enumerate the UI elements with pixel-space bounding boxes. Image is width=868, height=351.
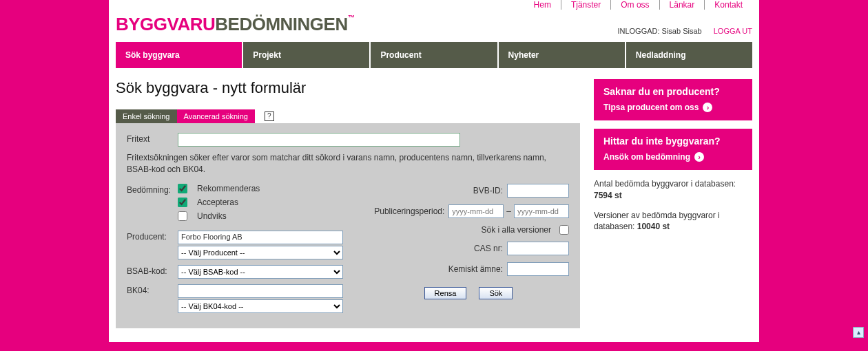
- arrow-icon: ›: [694, 152, 704, 162]
- chk-undviks[interactable]: [178, 211, 187, 221]
- topnav-kontakt[interactable]: Kontakt: [704, 0, 752, 10]
- logo-part1: BYGGVARU: [116, 14, 215, 34]
- cta1-link[interactable]: Tipsa producent om oss ›: [603, 103, 743, 112]
- topnav-hem[interactable]: Hem: [524, 0, 561, 10]
- pub-from-input[interactable]: [448, 204, 504, 218]
- subtab-advanced[interactable]: Avancerad sökning: [177, 109, 255, 123]
- pub-to-input[interactable]: [514, 204, 569, 218]
- cta1-title: Saknar du en producent?: [603, 86, 743, 97]
- cta-missing-producer: Saknar du en producent? Tipsa producent …: [594, 79, 752, 120]
- kem-label: Kemiskt ämne:: [448, 264, 503, 274]
- topnav-lankar[interactable]: Länkar: [659, 0, 705, 10]
- tab-producent[interactable]: Producent: [371, 42, 498, 68]
- tab-nedladdning[interactable]: Nedladdning: [626, 42, 752, 68]
- tab-projekt[interactable]: Projekt: [243, 42, 371, 68]
- allver-checkbox[interactable]: [559, 225, 569, 235]
- lbl-rekommenderas: Rekommenderas: [197, 184, 260, 193]
- login-info: INLOGGAD: Sisab Sisab LOGGA UT: [617, 27, 752, 35]
- cta-missing-product: Hittar du inte byggvaran? Ansök om bedöm…: [594, 129, 752, 170]
- lbl-accepteras: Accepteras: [197, 198, 238, 207]
- top-nav: Hem Tjänster Om oss Länkar Kontakt: [109, 0, 759, 10]
- cas-label: CAS nr:: [474, 244, 503, 253]
- scroll-top-icon[interactable]: ▴: [853, 327, 864, 338]
- page-title: Sök byggvara - nytt formulär: [116, 79, 580, 97]
- fritext-input[interactable]: [178, 133, 460, 147]
- reset-button[interactable]: Rensa: [424, 287, 467, 299]
- fritext-help: Fritextsökningen söker efter varor som m…: [127, 152, 569, 176]
- fritext-label: Fritext: [127, 133, 178, 147]
- allver-label: Sök i alla versioner: [482, 225, 551, 235]
- producent-select[interactable]: -- Välj Producent --: [178, 246, 343, 259]
- bk04-value[interactable]: [178, 284, 343, 298]
- logo-part2: BEDÖMNINGEN: [215, 14, 347, 34]
- stat-versions: Versioner av bedömda byggvaror i databas…: [594, 210, 752, 233]
- topnav-omoss[interactable]: Om oss: [610, 0, 659, 10]
- tab-sok-byggvara[interactable]: Sök byggvara: [116, 42, 243, 68]
- tab-nyheter[interactable]: Nyheter: [499, 42, 626, 68]
- bk04-select[interactable]: -- Välj BK04-kod --: [178, 299, 343, 313]
- chk-accepteras[interactable]: [178, 198, 187, 207]
- login-user: Sisab Sisab: [662, 27, 702, 35]
- producent-label: Producent:: [127, 231, 178, 242]
- stat-products: Antal bedömda byggvaror i databasen: 759…: [594, 178, 752, 202]
- subtab-simple[interactable]: Enkel sökning: [116, 109, 177, 123]
- help-icon[interactable]: ?: [265, 111, 274, 121]
- cta2-link[interactable]: Ansök om bedömning ›: [603, 152, 743, 162]
- bsab-select[interactable]: -- Välj BSAB-kod --: [178, 265, 343, 279]
- cas-input[interactable]: [507, 242, 569, 255]
- search-form: Fritext Fritextsökningen söker efter var…: [116, 123, 580, 328]
- bsab-label: BSAB-kod:: [127, 265, 178, 279]
- cta2-title: Hittar du inte byggvaran?: [603, 136, 743, 147]
- bk04-label: BK04:: [127, 284, 178, 295]
- logo-tm: ™: [348, 14, 355, 21]
- chk-rekommenderas[interactable]: [178, 184, 187, 193]
- login-label: INLOGGAD:: [617, 27, 659, 35]
- pub-dash: –: [506, 206, 511, 216]
- topnav-tjanster[interactable]: Tjänster: [561, 0, 610, 10]
- kem-input[interactable]: [507, 262, 569, 276]
- bvbid-label: BVB-ID:: [473, 186, 503, 195]
- bedomning-label: Bedömning:: [127, 184, 178, 195]
- logout-link[interactable]: LOGGA UT: [714, 27, 752, 35]
- producent-value[interactable]: Forbo Flooring AB: [178, 231, 343, 244]
- pub-label: Publiceringsperiod:: [374, 206, 444, 216]
- search-button[interactable]: Sök: [479, 287, 513, 299]
- logo: BYGGVARUBEDÖMNINGEN™: [116, 14, 354, 35]
- bvbid-input[interactable]: [507, 184, 569, 198]
- search-mode-tabs: Enkel sökning Avancerad sökning: [116, 109, 255, 123]
- lbl-undviks: Undviks: [197, 211, 227, 221]
- arrow-icon: ›: [703, 103, 712, 112]
- main-nav: Sök byggvara Projekt Producent Nyheter N…: [116, 42, 752, 68]
